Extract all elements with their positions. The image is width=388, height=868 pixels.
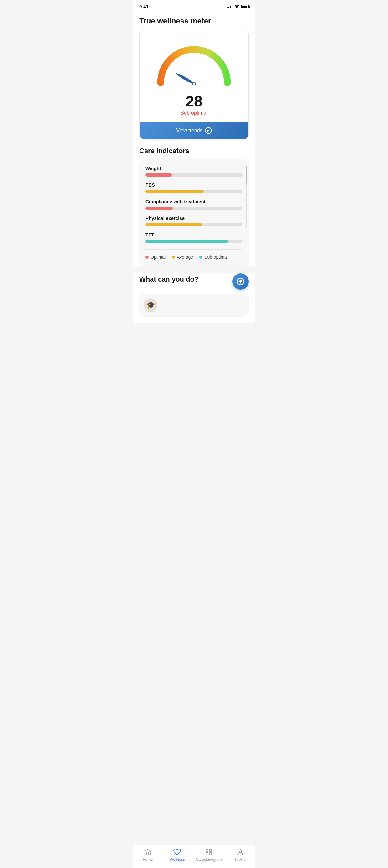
- legend: Optimal Average Sub-optimal: [146, 249, 243, 259]
- progress-fill: [146, 174, 172, 177]
- legend-dot: [172, 255, 175, 259]
- what-title-row: What can you do?: [139, 273, 249, 290]
- progress-fill: [146, 223, 202, 226]
- progress-fill: [146, 190, 204, 193]
- battery-icon: [241, 5, 249, 8]
- status-bar: 9:41: [133, 0, 255, 11]
- indicator-item: TFT: [146, 232, 243, 243]
- chat-heart-icon: [236, 277, 245, 286]
- progress-track: [146, 223, 243, 226]
- indicator-label: Compliance with treatment: [146, 199, 243, 204]
- legend-label: Sub-optimal: [204, 255, 228, 259]
- progress-fill: [146, 207, 173, 210]
- progress-track: [146, 190, 243, 193]
- circle-arrow-icon: ►: [205, 127, 212, 134]
- chat-fab-button[interactable]: [232, 273, 249, 290]
- progress-track: [146, 174, 243, 177]
- status-icons: [227, 5, 249, 8]
- wellness-score: 28: [186, 94, 202, 109]
- gauge-svg: [150, 39, 238, 89]
- status-time: 9:41: [139, 4, 149, 9]
- progress-track: [146, 207, 243, 210]
- indicator-label: TFT: [146, 232, 243, 237]
- indicator-item: FBS: [146, 182, 243, 193]
- legend-label: Optimal: [151, 255, 165, 259]
- scroll-thumb: [246, 166, 247, 184]
- page-title: True wellness meter: [139, 11, 249, 29]
- indicator-label: Physical exercise: [146, 215, 243, 221]
- legend-item: Average: [172, 255, 193, 259]
- scroll-indicator: [246, 166, 247, 228]
- main-content: True wellness meter: [133, 11, 255, 266]
- indicator-label: FBS: [146, 182, 243, 188]
- care-indicators-card: Weight FBS Compliance with treatment Phy…: [139, 159, 249, 266]
- legend-item: Sub-optimal: [199, 255, 228, 259]
- what-card-preview: 🎓: [139, 294, 249, 317]
- care-indicators-title: Care indicators: [139, 147, 249, 155]
- progress-fill: [146, 240, 228, 243]
- indicator-item: Physical exercise: [146, 215, 243, 226]
- indicator-item: Compliance with treatment: [146, 199, 243, 210]
- legend-label: Average: [177, 255, 193, 259]
- wellness-meter-card: 28 Sub-optimal View trends ►: [139, 29, 249, 140]
- indicator-item: Weight: [146, 166, 243, 177]
- wellness-score-label: Sub-optimal: [181, 110, 207, 116]
- legend-dot: [199, 255, 202, 259]
- meter-container: 28 Sub-optimal: [139, 29, 249, 122]
- legend-dot: [146, 255, 149, 259]
- indicators-list: Weight FBS Compliance with treatment Phy…: [146, 166, 243, 243]
- what-section: What can you do? 🎓: [133, 273, 255, 323]
- indicator-label: Weight: [146, 166, 243, 171]
- what-card-icon: 🎓: [143, 299, 157, 312]
- gauge-wrapper: [150, 39, 238, 89]
- wifi-icon: [234, 5, 239, 8]
- svg-point-0: [236, 8, 237, 8]
- what-section-title: What can you do?: [139, 275, 198, 283]
- legend-item: Optimal: [146, 255, 165, 259]
- signal-bars-icon: [227, 5, 232, 8]
- view-trends-button[interactable]: View trends ►: [139, 122, 249, 139]
- svg-point-2: [240, 282, 241, 284]
- progress-track: [146, 240, 243, 243]
